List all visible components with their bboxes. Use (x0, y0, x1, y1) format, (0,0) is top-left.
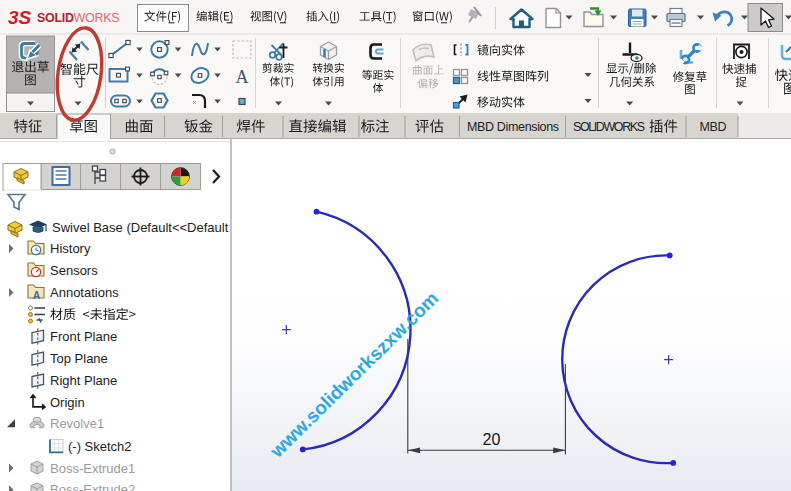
svg-text:Revolve1: Revolve1 (50, 416, 104, 431)
svg-text:SOLID: SOLID (37, 11, 74, 25)
svg-text:20: 20 (483, 431, 501, 448)
svg-text:Boss-Extrude1: Boss-Extrude1 (50, 461, 135, 476)
svg-text:Front Plane: Front Plane (50, 329, 117, 344)
svg-text:Origin: Origin (50, 395, 85, 410)
svg-text:Sensors: Sensors (50, 263, 98, 278)
svg-text:WORKS: WORKS (74, 11, 120, 25)
svg-text:A: A (236, 67, 249, 87)
svg-text:A: A (33, 289, 41, 301)
svg-text:Top Plane: Top Plane (50, 351, 108, 366)
svg-text:Boss-Extrude2: Boss-Extrude2 (50, 482, 135, 491)
svg-text:Right Plane: Right Plane (50, 373, 117, 388)
svg-text:(-) Sketch2: (-) Sketch2 (68, 439, 132, 454)
svg-text:MBD: MBD (700, 120, 727, 134)
svg-text:SOLIDWORKS: SOLIDWORKS (573, 120, 645, 134)
svg-text:History: History (50, 241, 91, 256)
svg-text:MBD Dimensions: MBD Dimensions (467, 120, 559, 134)
svg-text:3S: 3S (8, 7, 32, 28)
svg-text:Swivel Base (Default<<Default: Swivel Base (Default<<Default (52, 220, 229, 235)
svg-text:Annotations: Annotations (50, 285, 119, 300)
